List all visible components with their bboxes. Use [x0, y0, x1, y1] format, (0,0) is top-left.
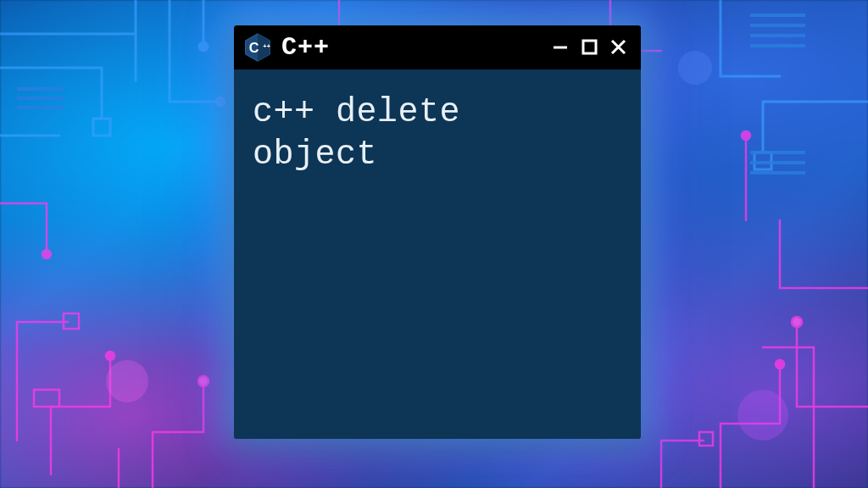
svg-rect-33 — [583, 41, 596, 53]
svg-point-5 — [792, 317, 802, 327]
terminal-content[interactable]: c++ delete object — [234, 69, 641, 439]
svg-point-3 — [776, 360, 784, 369]
svg-point-0 — [106, 352, 114, 360]
maximize-button[interactable] — [580, 37, 600, 58]
cpp-logo-icon: C + + — [242, 32, 273, 63]
svg-rect-8 — [34, 390, 59, 407]
svg-text:+: + — [267, 42, 270, 50]
svg-rect-4 — [699, 432, 713, 446]
close-button[interactable] — [609, 37, 629, 58]
svg-text:+: + — [263, 42, 266, 50]
svg-rect-10 — [93, 119, 110, 136]
minimize-button[interactable] — [551, 37, 571, 58]
window-controls — [551, 37, 629, 58]
terminal-window: C + + C++ c++ — [234, 25, 641, 439]
svg-point-24 — [106, 360, 148, 402]
svg-point-13 — [199, 42, 208, 51]
svg-point-6 — [742, 131, 750, 140]
window-title: C++ — [281, 33, 551, 62]
svg-point-11 — [216, 97, 225, 106]
svg-point-25 — [737, 390, 788, 441]
svg-point-9 — [42, 250, 51, 258]
svg-point-2 — [198, 376, 209, 386]
titlebar[interactable]: C + + C++ — [234, 25, 641, 69]
svg-point-26 — [678, 51, 712, 85]
svg-text:C: C — [249, 40, 259, 55]
